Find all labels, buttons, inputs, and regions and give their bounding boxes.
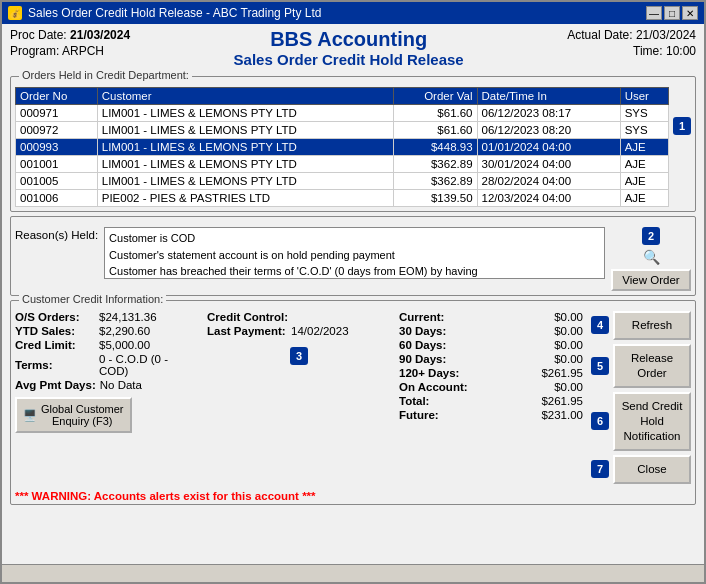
time-value: 10:00	[666, 44, 696, 58]
orders-section: Order No Customer Order Val Date/Time In…	[11, 77, 695, 211]
search-icon[interactable]: 🔍	[643, 249, 660, 265]
datetime-in: 01/01/2024 04:00	[477, 139, 620, 156]
proc-date-value: 21/03/2024	[70, 28, 130, 42]
order-no: 000971	[16, 105, 98, 122]
avg-pmt-label: Avg Pmt Days:	[15, 379, 96, 391]
ytd-sales-value: $2,290.60	[99, 325, 150, 337]
table-row[interactable]: 001006 PIE002 - PIES & PASTRIES LTD $139…	[16, 190, 669, 207]
order-no: 000993	[16, 139, 98, 156]
maximize-button[interactable]: □	[664, 6, 680, 20]
customer: LIM001 - LIMES & LEMONS PTY LTD	[97, 156, 393, 173]
program-value: ARPCH	[62, 44, 104, 58]
actual-date-value: 21/03/2024	[636, 28, 696, 42]
close-button[interactable]: Close	[613, 455, 691, 484]
last-payment-label: Last Payment:	[207, 325, 287, 337]
program-label: Program:	[10, 44, 59, 58]
aging-row: Future:$231.00	[399, 409, 583, 421]
orders-group-label: Orders Held in Credit Department:	[19, 69, 192, 81]
window-title: Sales Order Credit Hold Release - ABC Tr…	[28, 6, 321, 20]
table-row[interactable]: 001005 LIM001 - LIMES & LEMONS PTY LTD $…	[16, 173, 669, 190]
table-row[interactable]: 000972 LIM001 - LIMES & LEMONS PTY LTD $…	[16, 122, 669, 139]
datetime-in: 06/12/2023 08:17	[477, 105, 620, 122]
ytd-sales-label: YTD Sales:	[15, 325, 95, 337]
os-orders-value: $24,131.36	[99, 311, 157, 323]
credit-middle: Credit Control: Last Payment: 14/02/2023…	[207, 311, 391, 484]
aging-row: 90 Days:$0.00	[399, 353, 583, 365]
header-area: Proc Date: 21/03/2024 Program: ARPCH BBS…	[2, 24, 704, 72]
last-payment-value: 14/02/2023	[291, 325, 349, 337]
order-no: 001001	[16, 156, 98, 173]
credit-badge: 3	[290, 347, 308, 365]
col-datetime: Date/Time In	[477, 88, 620, 105]
buttons-col: 4 Refresh 5 Release Order 6 Send Credit …	[591, 311, 691, 484]
aging-row: Total:$261.95	[399, 395, 583, 407]
user: AJE	[620, 139, 668, 156]
reason-section: Reason(s) Held: Customer is CODCustomer'…	[11, 217, 695, 295]
col-order-val: Order Val	[394, 88, 477, 105]
minimize-button[interactable]: —	[646, 6, 662, 20]
user: SYS	[620, 122, 668, 139]
order-no: 000972	[16, 122, 98, 139]
content-area: Orders Held in Credit Department: Order …	[2, 72, 704, 564]
terms-value: 0 - C.O.D (0 - COD)	[99, 353, 199, 377]
proc-date-label: Proc Date:	[10, 28, 67, 42]
aging-row: Current:$0.00	[399, 311, 583, 323]
table-row[interactable]: 000993 LIM001 - LIMES & LEMONS PTY LTD $…	[16, 139, 669, 156]
datetime-in: 12/03/2024 04:00	[477, 190, 620, 207]
send-notification-button[interactable]: Send Credit HoldNotification	[613, 392, 691, 451]
reason-text: Customer is CODCustomer's statement acco…	[104, 227, 605, 279]
send-notif-badge: 6	[591, 412, 609, 430]
customer: LIM001 - LIMES & LEMONS PTY LTD	[97, 105, 393, 122]
refresh-badge: 4	[591, 316, 609, 334]
cred-limit-value: $5,000.00	[99, 339, 150, 351]
order-val: $448.93	[394, 139, 477, 156]
table-row[interactable]: 000971 LIM001 - LIMES & LEMONS PTY LTD $…	[16, 105, 669, 122]
aging-row: On Account:$0.00	[399, 381, 583, 393]
user: AJE	[620, 173, 668, 190]
main-window: 💰 Sales Order Credit Hold Release - ABC …	[0, 0, 706, 584]
col-order-no: Order No	[16, 88, 98, 105]
reason-badge: 2	[642, 227, 660, 245]
actual-date-label: Actual Date:	[567, 28, 632, 42]
user: AJE	[620, 156, 668, 173]
reason-group: Reason(s) Held: Customer is CODCustomer'…	[10, 216, 696, 296]
cred-limit-label: Cred Limit:	[15, 339, 95, 351]
table-row[interactable]: 001001 LIM001 - LIMES & LEMONS PTY LTD $…	[16, 156, 669, 173]
col-user: User	[620, 88, 668, 105]
order-val: $139.50	[394, 190, 477, 207]
warning-text: *** WARNING: Accounts alerts exist for t…	[11, 488, 695, 504]
customer: LIM001 - LIMES & LEMONS PTY LTD	[97, 173, 393, 190]
order-val: $362.89	[394, 173, 477, 190]
time-label: Time:	[633, 44, 663, 58]
close-button[interactable]: ✕	[682, 6, 698, 20]
view-order-button[interactable]: View Order	[611, 269, 691, 291]
datetime-in: 30/01/2024 04:00	[477, 156, 620, 173]
order-no: 001005	[16, 173, 98, 190]
order-val: $61.60	[394, 105, 477, 122]
credit-section: O/S Orders: $24,131.36 YTD Sales: $2,290…	[11, 301, 695, 488]
credit-control-label: Credit Control:	[207, 311, 288, 323]
window-controls: — □ ✕	[646, 6, 698, 20]
title-bar: 💰 Sales Order Credit Hold Release - ABC …	[2, 2, 704, 24]
refresh-button[interactable]: Refresh	[613, 311, 691, 340]
header-center: BBS Accounting Sales Order Credit Hold R…	[130, 28, 567, 68]
header-left: Proc Date: 21/03/2024 Program: ARPCH	[10, 28, 130, 60]
status-bar	[2, 564, 704, 582]
credit-right: Current:$0.0030 Days:$0.0060 Days:$0.009…	[399, 311, 583, 484]
col-customer: Customer	[97, 88, 393, 105]
avg-pmt-value: No Data	[100, 379, 142, 391]
user: SYS	[620, 105, 668, 122]
user: AJE	[620, 190, 668, 207]
terms-label: Terms:	[15, 359, 95, 371]
customer: LIM001 - LIMES & LEMONS PTY LTD	[97, 122, 393, 139]
close-badge: 7	[591, 460, 609, 478]
release-order-button[interactable]: Release Order	[613, 344, 691, 388]
credit-group-label: Customer Credit Information:	[19, 293, 166, 305]
credit-left: O/S Orders: $24,131.36 YTD Sales: $2,290…	[15, 311, 199, 484]
orders-badge: 1	[673, 117, 691, 135]
customer: PIE002 - PIES & PASTRIES LTD	[97, 190, 393, 207]
aging-row: 30 Days:$0.00	[399, 325, 583, 337]
order-val: $61.60	[394, 122, 477, 139]
global-enquiry-button[interactable]: 🖥️ Global CustomerEnquiry (F3)	[15, 397, 132, 433]
datetime-in: 06/12/2023 08:20	[477, 122, 620, 139]
